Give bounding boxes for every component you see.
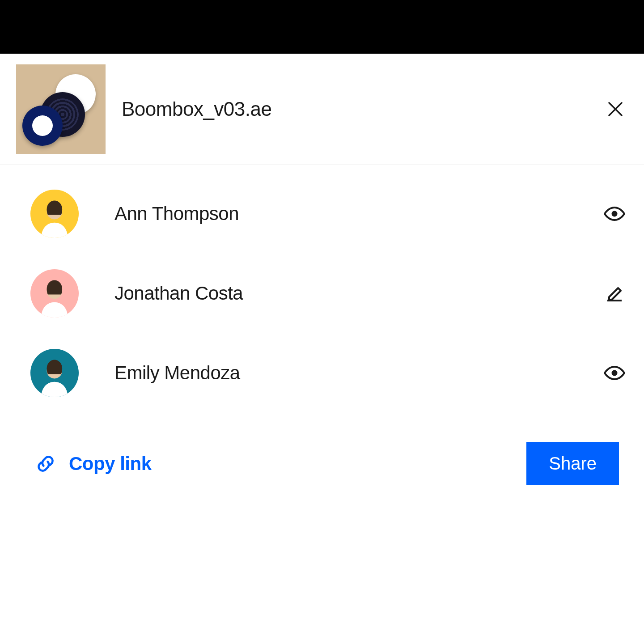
- file-thumbnail: [16, 64, 106, 154]
- people-list: Ann Thompson Jonathan Costa Emily Mendoz…: [0, 165, 644, 422]
- file-name: Boombox_v03.ae: [122, 98, 603, 120]
- avatar: [30, 190, 79, 238]
- window-top-bar: [0, 0, 644, 54]
- dialog-header: Boombox_v03.ae: [0, 54, 644, 165]
- share-button[interactable]: Share: [526, 442, 619, 485]
- person-name: Ann Thompson: [114, 203, 601, 225]
- close-icon: [606, 100, 624, 118]
- svg-point-4: [612, 370, 618, 376]
- svg-point-1: [612, 211, 618, 217]
- person-row: Ann Thompson: [30, 174, 628, 254]
- person-row: Jonathan Costa: [30, 254, 628, 333]
- dialog-footer: Copy link Share: [0, 422, 644, 505]
- link-icon: [36, 454, 55, 474]
- permission-edit-button[interactable]: [601, 280, 628, 307]
- person-name: Emily Mendoza: [114, 362, 601, 384]
- eye-icon: [604, 362, 625, 384]
- edit-icon: [604, 283, 625, 304]
- permission-view-button[interactable]: [601, 200, 628, 227]
- copy-link-label: Copy link: [69, 453, 152, 475]
- eye-icon: [604, 203, 625, 225]
- person-row: Emily Mendoza: [30, 333, 628, 413]
- person-name: Jonathan Costa: [114, 283, 601, 304]
- close-button[interactable]: [603, 97, 628, 122]
- avatar: [30, 349, 79, 397]
- copy-link-button[interactable]: Copy link: [36, 453, 152, 475]
- avatar: [30, 269, 79, 318]
- permission-view-button[interactable]: [601, 360, 628, 386]
